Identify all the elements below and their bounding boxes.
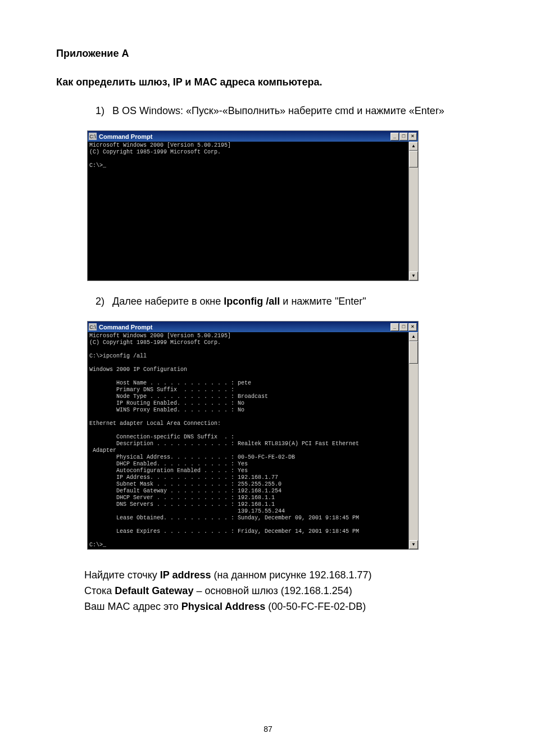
scroll-track[interactable] — [409, 341, 418, 540]
window-title: Command Prompt — [99, 324, 390, 331]
window-controls: _ □ × — [390, 323, 417, 331]
close-button[interactable]: × — [408, 323, 417, 331]
close-button[interactable]: × — [408, 133, 417, 141]
minimize-button[interactable]: _ — [390, 133, 399, 141]
t: (00-50-FC-FE-02-DB) — [265, 601, 366, 612]
titlebar: C:\ Command Prompt _ □ × — [88, 131, 418, 142]
console-output[interactable]: Microsoft Windows 2000 [Version 5.00.219… — [88, 142, 408, 280]
scroll-up-button[interactable]: ▲ — [409, 332, 418, 341]
step-2-command: Ipconfig /all — [224, 296, 280, 307]
default-gateway-label: Default Gateway — [115, 585, 193, 596]
minimize-button[interactable]: _ — [390, 323, 399, 331]
t: (на данном рисунке 192.168.1.77) — [211, 569, 372, 581]
line-gateway: Стока Default Gateway – основной шлюз (1… — [84, 583, 480, 599]
step-2-text: Далее наберите в окне Ipconfig /all и на… — [112, 295, 366, 309]
explanation-text: Найдите сточку IP address (на данном рис… — [84, 568, 480, 615]
window-body: Microsoft Windows 2000 [Version 5.00.219… — [88, 332, 418, 549]
scrollbar[interactable]: ▲ ▼ — [408, 142, 418, 280]
scroll-down-button[interactable]: ▼ — [409, 271, 418, 280]
step-2-number: 2) — [96, 295, 112, 309]
scroll-thumb[interactable] — [409, 151, 418, 168]
window-title: Command Prompt — [99, 133, 390, 140]
scroll-thumb[interactable] — [409, 341, 418, 364]
line-mac: Ваш MAC адрес это Physical Address (00-5… — [84, 599, 480, 615]
step-2: 2) Далее наберите в окне Ipconfig /all и… — [96, 295, 480, 309]
t: Ваш MAC адрес это — [84, 601, 181, 612]
console-output[interactable]: Microsoft Windows 2000 [Version 5.00.219… — [88, 332, 408, 549]
physical-address-label: Physical Address — [181, 601, 265, 612]
step-1-number: 1) — [96, 104, 112, 118]
step-1: 1) В OS Windows: «Пуск»-«Выполнить» набе… — [96, 104, 480, 118]
window-body: Microsoft Windows 2000 [Version 5.00.219… — [88, 142, 418, 280]
line-ip: Найдите сточку IP address (на данном рис… — [84, 568, 480, 583]
step-2-prefix: Далее наберите в окне — [112, 296, 224, 307]
command-prompt-window-2: C:\ Command Prompt _ □ × Microsoft Windo… — [87, 321, 419, 550]
document-page: Приложение А Как определить шлюз, IP и M… — [0, 0, 536, 756]
t: Стока — [84, 585, 115, 596]
app-icon: C:\ — [89, 133, 97, 140]
scroll-down-button[interactable]: ▼ — [409, 540, 418, 549]
t: – основной шлюз (192.168.1.254) — [193, 585, 352, 596]
maximize-button[interactable]: □ — [399, 323, 408, 331]
page-number: 87 — [0, 725, 536, 734]
step-1-text: В OS Windows: «Пуск»-«Выполнить» наберит… — [112, 104, 444, 118]
step-2-suffix: и нажмите "Enter" — [280, 296, 366, 307]
ip-address-label: IP address — [160, 569, 211, 581]
titlebar: C:\ Command Prompt _ □ × — [88, 322, 418, 332]
command-prompt-window-1: C:\ Command Prompt _ □ × Microsoft Windo… — [87, 130, 419, 281]
section-subtitle: Как определить шлюз, IP и MAC адреса ком… — [56, 76, 480, 88]
t: Найдите сточку — [84, 569, 160, 581]
app-icon: C:\ — [89, 323, 97, 331]
scroll-track[interactable] — [409, 151, 418, 271]
maximize-button[interactable]: □ — [399, 133, 408, 141]
scroll-up-button[interactable]: ▲ — [409, 142, 418, 151]
window-controls: _ □ × — [390, 133, 417, 141]
appendix-title: Приложение А — [56, 48, 480, 60]
scrollbar[interactable]: ▲ ▼ — [408, 332, 418, 549]
